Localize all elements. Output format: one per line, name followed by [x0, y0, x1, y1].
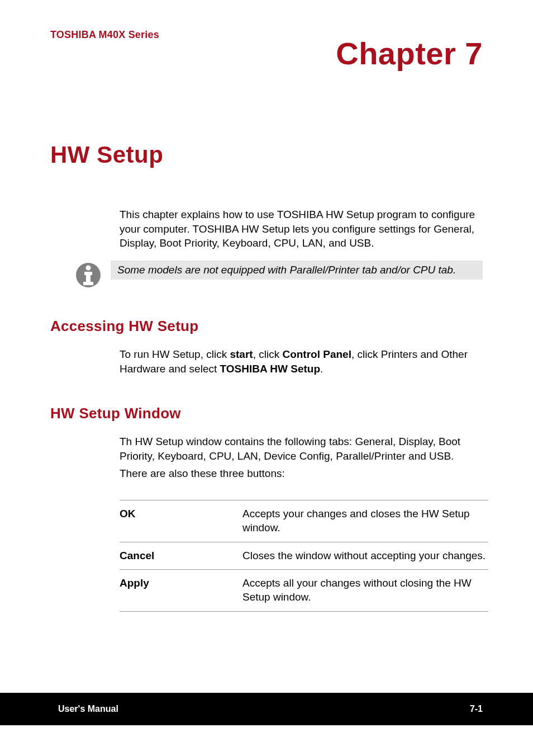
- info-icon: [75, 262, 102, 289]
- button-name-apply: Apply: [120, 570, 242, 611]
- bottom-margin: [0, 725, 533, 756]
- text-segment: To run HW Setup, click: [120, 348, 230, 360]
- table-row: Cancel Closes the window without accepti…: [120, 542, 488, 570]
- window-body-2: There are also these three buttons:: [120, 466, 483, 481]
- page-title: HW Setup: [50, 141, 483, 168]
- note-text: Some models are not equipped with Parall…: [111, 261, 483, 280]
- footer-page-number: 7-1: [470, 704, 483, 714]
- bold-control-panel: Control Panel: [282, 348, 351, 360]
- table-row: Apply Accepts all your changes without c…: [120, 570, 488, 611]
- accessing-body: To run HW Setup, click start, click Cont…: [120, 347, 483, 376]
- button-desc-apply: Accepts all your changes without closing…: [242, 570, 488, 611]
- button-name-ok: OK: [120, 500, 242, 542]
- button-desc-ok: Accepts your changes and closes the HW S…: [242, 500, 488, 542]
- buttons-table: OK Accepts your changes and closes the H…: [120, 500, 488, 611]
- text-segment: , click: [253, 348, 283, 360]
- bold-start: start: [230, 348, 253, 360]
- section-heading-window: HW Setup Window: [50, 405, 483, 422]
- text-segment: .: [320, 363, 323, 375]
- window-body-1: Th HW Setup window contains the followin…: [120, 434, 483, 463]
- section-heading-accessing: Accessing HW Setup: [50, 318, 483, 335]
- note-container: Some models are not equipped with Parall…: [75, 261, 483, 289]
- bold-toshiba-hw-setup: TOSHIBA HW Setup: [220, 363, 320, 375]
- button-desc-cancel: Closes the window without accepting your…: [242, 542, 488, 570]
- intro-paragraph: This chapter explains how to use TOSHIBA…: [120, 207, 483, 251]
- page-footer: User's Manual 7-1: [0, 693, 533, 725]
- svg-point-1: [86, 265, 91, 270]
- footer-manual-label: User's Manual: [58, 704, 118, 714]
- svg-rect-4: [83, 282, 93, 285]
- button-name-cancel: Cancel: [120, 542, 242, 570]
- table-row: OK Accepts your changes and closes the H…: [120, 500, 488, 542]
